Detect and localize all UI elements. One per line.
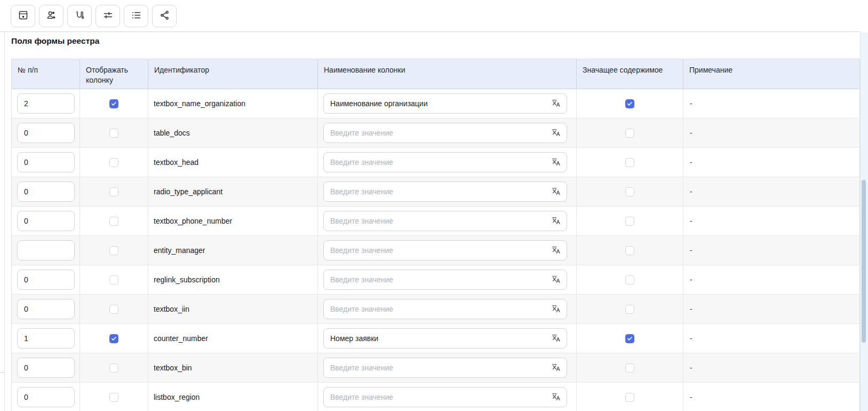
column-name-input[interactable] bbox=[323, 299, 567, 319]
scrollbar-thumb[interactable] bbox=[862, 180, 866, 343]
translate-icon[interactable] bbox=[551, 304, 561, 314]
identifier-label: counter_number bbox=[154, 334, 208, 343]
identifier-label: listbox_region bbox=[154, 393, 200, 401]
significant-checkbox[interactable] bbox=[625, 305, 634, 314]
row-number-input[interactable] bbox=[17, 181, 75, 202]
significant-content-cell bbox=[577, 265, 683, 294]
translate-icon[interactable] bbox=[551, 98, 561, 109]
users-icon bbox=[46, 10, 57, 22]
row-number-input[interactable] bbox=[17, 270, 75, 290]
row-number-input[interactable] bbox=[17, 93, 75, 114]
translate-icon[interactable] bbox=[551, 362, 561, 373]
significant-content-cell bbox=[577, 353, 683, 382]
significant-checkbox[interactable] bbox=[625, 158, 634, 167]
significant-checkbox[interactable] bbox=[625, 363, 634, 373]
significant-content-cell bbox=[577, 207, 683, 235]
translate-icon[interactable] bbox=[551, 186, 561, 197]
identifier-cell: textbox_bin bbox=[148, 353, 318, 382]
display-column-checkbox[interactable] bbox=[109, 275, 118, 284]
column-name-input[interactable] bbox=[323, 358, 567, 378]
column-name-input[interactable] bbox=[323, 152, 567, 172]
column-name-input[interactable] bbox=[323, 240, 567, 260]
display-column-cell bbox=[80, 118, 148, 147]
translate-icon[interactable] bbox=[551, 157, 561, 168]
table-row: textbox_iin - bbox=[12, 295, 859, 324]
list-button[interactable] bbox=[124, 5, 148, 27]
table-row: textbox_head - bbox=[12, 148, 859, 177]
vertical-scrollbar[interactable] bbox=[861, 33, 868, 411]
identifier-label: entity_manager bbox=[154, 246, 205, 255]
note-cell: - bbox=[683, 295, 859, 323]
identifier-cell: textbox_name_organization bbox=[148, 89, 318, 118]
display-column-checkbox[interactable] bbox=[109, 217, 118, 226]
note-cell: - bbox=[683, 177, 859, 206]
display-column-checkbox[interactable] bbox=[109, 363, 118, 373]
column-name-input[interactable] bbox=[323, 93, 567, 114]
column-name-input[interactable] bbox=[323, 211, 567, 231]
column-name-input[interactable] bbox=[323, 328, 567, 349]
table-row: reglink_subscription - bbox=[12, 265, 859, 295]
significant-content-cell bbox=[577, 177, 683, 206]
display-column-cell bbox=[80, 177, 148, 206]
table-row: radio_type_applicant - bbox=[12, 177, 859, 207]
row-number-input[interactable] bbox=[17, 240, 75, 260]
significant-checkbox[interactable] bbox=[625, 275, 634, 284]
significant-checkbox[interactable] bbox=[625, 246, 634, 255]
significant-checkbox[interactable] bbox=[625, 217, 634, 226]
display-column-checkbox[interactable] bbox=[109, 187, 118, 196]
table-row: counter_number - bbox=[12, 324, 859, 353]
significant-checkbox[interactable] bbox=[625, 334, 634, 343]
save-button[interactable] bbox=[11, 5, 35, 27]
display-column-checkbox[interactable] bbox=[109, 129, 118, 138]
display-column-checkbox[interactable] bbox=[109, 305, 118, 314]
display-column-checkbox[interactable] bbox=[109, 393, 118, 402]
order-cell bbox=[12, 118, 80, 147]
display-column-checkbox[interactable] bbox=[109, 246, 118, 255]
column-name-cell bbox=[318, 383, 577, 411]
display-column-checkbox[interactable] bbox=[109, 158, 118, 167]
order-cell bbox=[12, 89, 80, 118]
column-name-input[interactable] bbox=[323, 270, 567, 290]
order-cell bbox=[12, 383, 80, 411]
row-number-input[interactable] bbox=[17, 387, 75, 407]
note-cell: - bbox=[683, 353, 859, 382]
column-header-num: № п/п bbox=[12, 59, 80, 89]
significant-content-cell bbox=[577, 148, 683, 177]
note-cell: - bbox=[683, 383, 859, 411]
display-column-checkbox[interactable] bbox=[109, 99, 118, 108]
display-column-checkbox[interactable] bbox=[109, 334, 118, 343]
column-header-name: Наименование колонки bbox=[318, 59, 577, 89]
row-number-input[interactable] bbox=[17, 152, 75, 172]
page-title: Поля формы реестра bbox=[11, 36, 99, 46]
column-name-input[interactable] bbox=[323, 181, 567, 202]
share-button[interactable] bbox=[152, 5, 177, 27]
significant-checkbox[interactable] bbox=[625, 99, 634, 108]
row-number-input[interactable] bbox=[17, 299, 75, 319]
column-name-input[interactable] bbox=[323, 123, 567, 143]
translate-icon[interactable] bbox=[551, 216, 561, 226]
identifier-label: textbox_iin bbox=[154, 305, 189, 313]
column-name-cell bbox=[318, 353, 577, 382]
row-number-input[interactable] bbox=[17, 123, 75, 143]
translate-icon[interactable] bbox=[551, 392, 561, 402]
significant-checkbox[interactable] bbox=[625, 393, 634, 402]
translate-icon[interactable] bbox=[551, 128, 561, 138]
identifier-cell: table_docs bbox=[148, 118, 318, 147]
significant-checkbox[interactable] bbox=[625, 129, 634, 138]
users-button[interactable] bbox=[39, 5, 63, 27]
column-name-cell bbox=[318, 236, 577, 265]
column-name-cell bbox=[318, 148, 577, 177]
translate-icon[interactable] bbox=[551, 333, 561, 344]
note-cell: - bbox=[683, 148, 859, 177]
translate-icon[interactable] bbox=[551, 274, 561, 285]
order-cell bbox=[12, 353, 80, 382]
row-number-input[interactable] bbox=[17, 328, 75, 349]
row-number-input[interactable] bbox=[17, 211, 75, 231]
column-name-input[interactable] bbox=[323, 387, 567, 407]
row-number-input[interactable] bbox=[17, 358, 75, 378]
significant-checkbox[interactable] bbox=[625, 187, 634, 196]
adjustments-button[interactable] bbox=[95, 5, 120, 27]
display-column-cell bbox=[80, 295, 148, 323]
route-button[interactable] bbox=[67, 5, 92, 27]
translate-icon[interactable] bbox=[551, 245, 561, 256]
